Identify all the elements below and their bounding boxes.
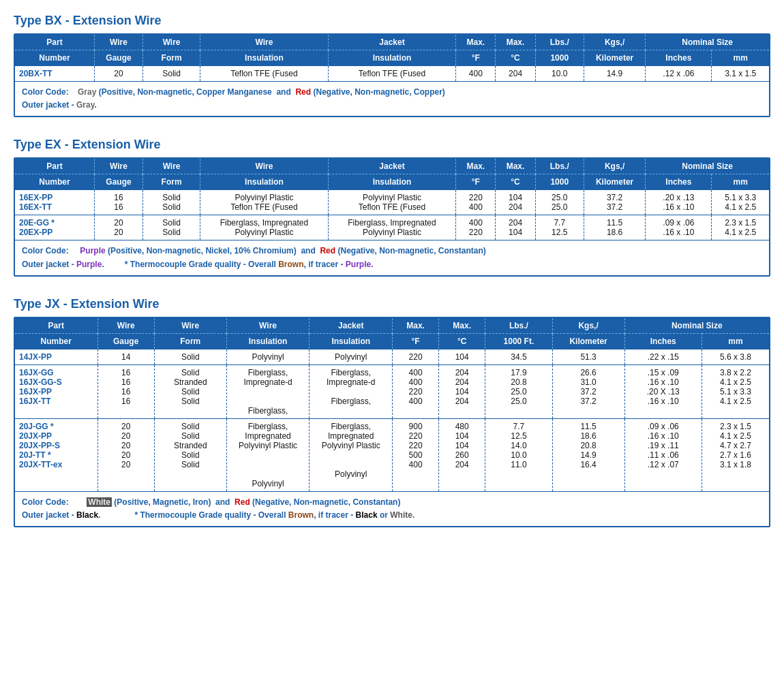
jx-h-wire2: Wire <box>154 318 226 334</box>
ex-color-code-row: Color Code: Purple (Positive, Non-magnet… <box>15 240 769 275</box>
bx-h-wire1: Wire <box>94 35 142 50</box>
jx-cc-or: or <box>378 510 391 520</box>
bx-kgs-1: 14.9 <box>584 66 646 82</box>
ex-cc-negative-color: Red <box>320 246 335 255</box>
jx-form-g1: Solid <box>154 349 226 364</box>
jx-cc-brown: Brown <box>288 510 314 520</box>
jx-part-g3: 20J-GG * 20JX-PP 20JX-PP-S 20J-TT * 20JX… <box>15 418 97 491</box>
ex-h-inches: Inches <box>646 174 712 190</box>
bx-h-km: Kilometer <box>584 50 646 66</box>
ex-h-lbs: Lbs./ <box>535 159 584 174</box>
jx-maxf-g3: 900220220500400 <box>393 418 439 491</box>
bx-h-wire-ins: Insulation <box>200 50 329 66</box>
bx-cc-outer-end: . <box>95 100 97 110</box>
ex-cc-positive-color: Purple <box>80 246 105 255</box>
jx-h-wire3: Wire <box>226 318 310 334</box>
ex-form-1: SolidSolid <box>143 190 200 215</box>
jx-lbs-g1: 34.5 <box>485 349 552 364</box>
jx-h-maxc: Max. <box>439 318 485 334</box>
ex-maxc-2: 204104 <box>496 215 535 240</box>
bx-h-form: Form <box>143 50 200 66</box>
jx-h-km: Kilometer <box>552 333 624 349</box>
ex-gauge-1: 1616 <box>94 190 142 215</box>
ex-cc-brown: Brown <box>278 260 303 269</box>
ex-lbs-2: 7.712.5 <box>535 215 584 240</box>
ex-h-1000: 1000 <box>535 174 584 190</box>
jx-wire-ins-g3: Fiberglass, Impregnated Polyvinyl Plasti… <box>226 418 310 491</box>
ex-cc-label: Color Code: <box>22 246 69 255</box>
jx-jacket-ins-g2: Fiberglass, Impregnate-dFiberglass, <box>310 364 393 418</box>
bx-h-wire3: Wire <box>200 35 329 50</box>
ex-cc-and: and <box>301 246 315 255</box>
jx-row-g3: 20J-GG * 20JX-PP 20JX-PP-S 20J-TT * 20JX… <box>15 418 769 491</box>
bx-h-jacket-ins: Insulation <box>328 50 456 66</box>
jx-kgs-g3: 11.518.620.814.916.4 <box>552 418 624 491</box>
bx-header-bottom: Number Gauge Form Insulation Insulation … <box>15 50 769 66</box>
jx-row-g1: 14JX-PP 14 Solid Polyvinyl Polyvinyl 220… <box>15 349 769 364</box>
jx-gauge-g3: 2020202020 <box>97 418 154 491</box>
ex-h-c: °C <box>496 174 535 190</box>
ex-maxc-1: 104204 <box>496 190 535 215</box>
jx-inches-g2: .15 x .09.16 x .10.20 X .13.16 x .10 <box>624 364 702 418</box>
bx-h-maxc: Max. <box>496 35 535 50</box>
ex-h-form: Form <box>143 174 200 190</box>
ex-jacket-ins-2: Fiberglass, ImpregnatedPolyvinyl Plastic <box>328 215 456 240</box>
ex-h-f: °F <box>456 174 496 190</box>
ex-mm-1: 5.1 x 3.34.1 x 2.5 <box>712 190 769 215</box>
bx-cc-positive-color: Gray <box>78 87 96 97</box>
ex-inches-1: .20 x .13.16 x .10 <box>646 190 712 215</box>
jx-header-top: Part Wire Wire Wire Jacket Max. Max. Lbs… <box>15 318 769 334</box>
bx-maxf-1: 400 <box>456 66 496 82</box>
ex-h-maxf: Max. <box>456 159 496 174</box>
ex-part-2: 20E-GG *20EX-PP <box>15 215 94 240</box>
ex-wire-ins-1: Polyvinyl PlasticTeflon TFE (Fused <box>200 190 329 215</box>
jx-gauge-g1: 14 <box>97 349 154 364</box>
jx-table-wrapper: Part Wire Wire Wire Jacket Max. Max. Lbs… <box>14 317 770 527</box>
jx-inches-g1: .22 x .15 <box>624 349 702 364</box>
jx-maxc-g2: 204204104204 <box>439 364 485 418</box>
ex-cc-outer-end: . <box>102 260 104 269</box>
bx-h-inches: Inches <box>646 50 712 66</box>
jx-h-nominal: Nominal Size <box>624 318 769 334</box>
ex-cc-positive-desc: (Positive, Non-magnetic, Nickel, 10% Chr… <box>108 246 297 255</box>
bx-cc-label: Color Code: <box>22 87 69 97</box>
bx-h-nominal: Nominal Size <box>646 35 769 50</box>
bx-h-part: Part <box>15 35 94 50</box>
jx-h-jacket-ins: Insulation <box>310 333 393 349</box>
jx-section: Type JX - Extension Wire Part Wire Wire … <box>14 297 770 527</box>
jx-wire-ins-g2: Fiberglass, Impregnate-dFiberglass, <box>226 364 310 418</box>
bx-h-kgs: Kgs,/ <box>584 35 646 50</box>
bx-cc-negative-desc: (Negative, Non-magnetic, Copper) <box>313 87 444 97</box>
jx-mm-g2: 3.8 x 2.24.1 x 2.55.1 x 3.34.1 x 2.5 <box>702 364 769 418</box>
bx-section: Type BX - Extension Wire Part Wire Wire … <box>14 14 770 117</box>
ex-maxf-1: 220400 <box>456 190 496 215</box>
bx-lbs-1: 10.0 <box>535 66 584 82</box>
jx-cc-note: * Thermocouple Grade quality - Overall <box>134 510 288 520</box>
jx-kgs-g2: 26.631.037.237.2 <box>552 364 624 418</box>
ex-form-2: SolidSolid <box>143 215 200 240</box>
jx-title: Type JX - Extension Wire <box>14 297 770 311</box>
jx-h-wire1: Wire <box>97 318 154 334</box>
ex-h-gauge: Gauge <box>94 174 142 190</box>
bx-h-c: °C <box>496 50 535 66</box>
jx-h-part: Part <box>15 318 97 334</box>
jx-part-g1: 14JX-PP <box>15 349 97 364</box>
bx-color-code-row: Color Code: Gray (Positive, Non-magnetic… <box>15 82 769 117</box>
jx-color-code-row: Color Code: White (Positive, Magnetic, I… <box>15 491 769 526</box>
bx-h-mm: mm <box>712 50 769 66</box>
ex-h-wire-ins: Insulation <box>200 174 329 190</box>
ex-cc-purple2: Purple. <box>346 260 374 269</box>
jx-cc-positive-color: White <box>87 497 112 507</box>
ex-jacket-ins-1: Polyvinyl PlasticTeflon TFE (Fused <box>328 190 456 215</box>
jx-h-kgs: Kgs,/ <box>552 318 624 334</box>
jx-h-mm: mm <box>702 333 769 349</box>
jx-h-lbs: Lbs./ <box>485 318 552 334</box>
bx-h-wire2: Wire <box>143 35 200 50</box>
ex-h-wire3: Wire <box>200 159 329 174</box>
ex-header-top: Part Wire Wire Wire Jacket Max. Max. Lbs… <box>15 159 769 174</box>
ex-h-number: Number <box>15 174 94 190</box>
bx-row-1: 20BX-TT 20 Solid Teflon TFE (Fused Teflo… <box>15 66 769 82</box>
jx-wire-ins-g1: Polyvinyl <box>226 349 310 364</box>
jx-table: Part Wire Wire Wire Jacket Max. Max. Lbs… <box>15 318 769 526</box>
ex-part-1: 16EX-PP16EX-TT <box>15 190 94 215</box>
